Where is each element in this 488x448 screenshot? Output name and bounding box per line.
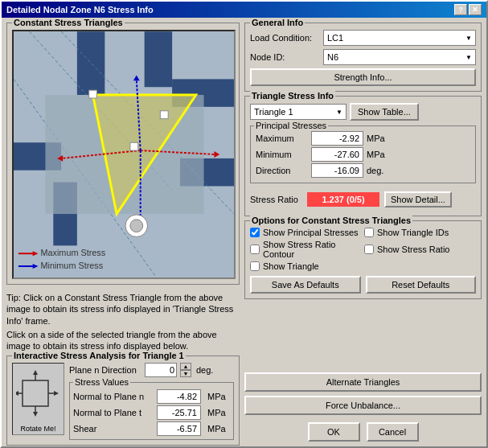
spin-down-button[interactable]: ▼ [180, 370, 191, 377]
plane-direction-row: Plane n Direction ▲ ▼ deg. [69, 363, 234, 377]
principal-min-unit: MPa [367, 150, 391, 159]
strength-info-button[interactable]: Strength Info... [250, 68, 476, 86]
triangle-value: Triangle 1 [254, 107, 293, 117]
cancel-button[interactable]: Cancel [367, 422, 419, 442]
show-stress-ratio-label: Show Stress Ratio [377, 245, 449, 254]
general-info-group: General Info Load Condition: LC1 ▼ Node … [244, 23, 482, 92]
node-id-value: N6 [327, 52, 338, 62]
load-condition-dropdown[interactable]: LC1 ▼ [323, 30, 476, 46]
interactive-body: Rotate Me! Plane n Direction ▲ ▼ deg. [12, 363, 234, 440]
options-group: Options for Constant Stress Triangles Sh… [244, 220, 482, 299]
canvas-area[interactable]: Maximum Stress Minimum Stress [12, 30, 236, 279]
node-id-arrow-icon: ▼ [465, 54, 472, 61]
force-unbalance-button[interactable]: Force Unbalance... [244, 396, 482, 415]
load-condition-label: Load Condition: [250, 33, 318, 43]
node-id-dropdown[interactable]: N6 ▼ [323, 49, 476, 65]
principal-dir-unit: deg. [367, 166, 391, 175]
alternate-triangles-button[interactable]: Alternate Triangles [244, 372, 482, 392]
principal-dir-value: -16.09 [311, 163, 363, 178]
svg-rect-2 [77, 31, 105, 95]
save-defaults-button[interactable]: Save As Defaults [250, 276, 361, 294]
main-window: Detailed Nodal Zone N6 Stress Info ? ✕ C… [0, 0, 488, 448]
reset-defaults-button[interactable]: Reset Defaults [366, 276, 477, 294]
svg-rect-23 [130, 142, 138, 150]
right-panel: General Info Load Condition: LC1 ▼ Node … [244, 23, 482, 442]
stress-val-2[interactable] [157, 405, 201, 420]
node-id-label: Node ID: [250, 52, 318, 62]
tip-text2: Click on a side of the selected triangle… [6, 329, 240, 352]
content-area: Constant Stress Triangles [2, 18, 486, 446]
tip-text: Tip: Click on a Constant Stress Triangle… [6, 292, 240, 327]
left-panel: Constant Stress Triangles [6, 23, 240, 442]
stress-values-title: Stress Values [73, 377, 130, 387]
triangle-stress-group: Triangle Stress Info Triangle 1 ▼ Show T… [244, 96, 482, 216]
principal-min-label: Minimum [256, 150, 308, 159]
triangle-dropdown[interactable]: Triangle 1 ▼ [250, 104, 347, 120]
tip-area: Tip: Click on a Constant Stress Triangle… [6, 289, 240, 351]
show-stress-ratio-checkbox[interactable] [364, 245, 374, 254]
principal-stresses-title: Principal Stresses [254, 121, 328, 130]
options-grid: Show Principal Stresses Show Triangle ID… [250, 228, 476, 271]
show-stress-ratio-contour-label: Show Stress Ratio Contour [263, 240, 362, 259]
window-title: Detailed Nodal Zone N6 Stress Info [6, 5, 154, 14]
plane-n-unit: deg. [196, 365, 213, 375]
stress-unit-3: MPa [207, 424, 226, 434]
options-title: Options for Constant Stress Triangles [250, 216, 412, 225]
stress-row-1: Normal to Plane n MPa [73, 389, 230, 404]
spin-up-button[interactable]: ▲ [180, 363, 191, 370]
principal-min-value: -27.60 [311, 147, 363, 162]
rotate-label: Rotate Me! [20, 425, 55, 433]
stress-unit-2: MPa [207, 408, 226, 417]
stress-row-label-2: Normal to Plane t [73, 408, 154, 417]
title-bar: Detailed Nodal Zone N6 Stress Info ? ✕ [2, 2, 486, 18]
interactive-section: Interactive Stress Analysis for Triangle… [6, 356, 240, 446]
checkbox-row-5: Show Triangle [250, 261, 362, 271]
checkbox-row-1: Show Principal Stresses [250, 228, 362, 237]
stress-canvas[interactable]: Maximum Stress Minimum Stress [14, 31, 234, 277]
show-table-button[interactable]: Show Table... [350, 103, 419, 121]
show-detail-button[interactable]: Show Detail... [384, 191, 452, 208]
load-condition-arrow-icon: ▼ [465, 35, 472, 42]
show-stress-ratio-contour-checkbox[interactable] [250, 245, 260, 254]
right-bottom-buttons: Alternate Triangles Force Unbalance... O… [244, 372, 482, 442]
canvas-title: Constant Stress Triangles [12, 18, 125, 27]
principal-max-unit: MPa [367, 134, 391, 143]
plane-n-direction-label: Plane n Direction [69, 365, 141, 375]
svg-marker-35 [33, 370, 38, 375]
help-button[interactable]: ? [454, 4, 467, 15]
stress-values-section: Plane n Direction ▲ ▼ deg. Stress Values [69, 363, 234, 440]
load-condition-value: LC1 [327, 33, 343, 43]
rotate-diagram-box: Rotate Me! [12, 363, 64, 435]
stress-ratio-row: Stress Ratio 1.237 (0/5) Show Detail... [250, 188, 476, 211]
svg-rect-3 [145, 31, 172, 87]
close-button[interactable]: ✕ [469, 4, 482, 15]
rotate-svg [16, 368, 60, 425]
principal-row-dir: Direction -16.09 deg. [256, 163, 470, 178]
ok-button[interactable]: OK [308, 422, 360, 442]
spin-buttons: ▲ ▼ [180, 363, 191, 377]
svg-text:Maximum Stress: Maximum Stress [41, 248, 106, 257]
checkbox-row-3: Show Stress Ratio Contour [250, 240, 362, 259]
interactive-title: Interactive Stress Analysis for Triangle… [12, 351, 186, 360]
canvas-group: Constant Stress Triangles [6, 23, 240, 285]
stress-val-1[interactable] [157, 389, 201, 404]
show-triangle-ids-checkbox[interactable] [364, 228, 374, 237]
title-bar-buttons: ? ✕ [454, 4, 482, 15]
general-info-title: General Info [250, 18, 305, 27]
load-condition-row: Load Condition: LC1 ▼ [250, 30, 476, 46]
show-principal-stresses-checkbox[interactable] [250, 228, 260, 237]
show-triangle-checkbox[interactable] [250, 261, 260, 271]
svg-marker-37 [33, 412, 38, 417]
show-principal-stresses-label: Show Principal Stresses [263, 228, 359, 237]
stress-unit-1: MPa [207, 392, 226, 401]
options-buttons: Save As Defaults Reset Defaults [250, 276, 476, 294]
principal-dir-label: Direction [256, 166, 308, 175]
stress-values-box: Stress Values Normal to Plane n MPa Norm… [69, 382, 234, 440]
stress-row-2: Normal to Plane t MPa [73, 405, 230, 420]
show-triangle-label: Show Triangle [263, 261, 319, 271]
triangle-stress-title: Triangle Stress Info [250, 91, 335, 101]
svg-text:Minimum Stress: Minimum Stress [41, 261, 104, 270]
plane-n-input[interactable] [145, 363, 177, 377]
stress-val-3[interactable] [157, 421, 201, 436]
stress-row-3: Shear MPa [73, 421, 230, 436]
